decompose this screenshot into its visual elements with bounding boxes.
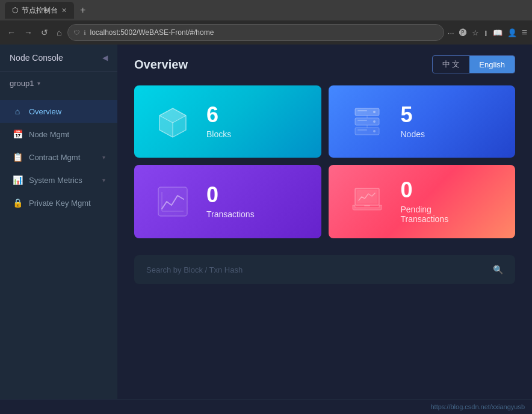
- sidebar-item-label-node-mgmt: Node Mgmt: [29, 130, 69, 139]
- main-content: Overview 中 文 English: [117, 45, 532, 399]
- nav-right-controls: ··· 🅟 ☆ ⫿ 📖 👤 ≡: [448, 27, 527, 38]
- transactions-count: 0: [206, 184, 255, 206]
- active-tab[interactable]: ⬡ 节点控制台 ✕: [5, 2, 74, 19]
- metrics-icon: 📊: [12, 175, 23, 185]
- secure-icon: 🛡: [74, 29, 80, 36]
- svg-rect-19: [357, 190, 377, 203]
- nodes-card-info: 5 Nodes: [401, 104, 425, 139]
- calendar-icon: 📅: [12, 129, 23, 139]
- nav-items: ⌂ Overview 📅 Node Mgmt 📋 Contract Mgmt ▾…: [0, 95, 117, 214]
- status-url: https://blog.csdn.net/xxiangyusb: [430, 403, 525, 410]
- menu-button[interactable]: ≡: [522, 27, 527, 38]
- back-button[interactable]: ←: [5, 25, 18, 40]
- tab-title: 节点控制台: [22, 5, 58, 16]
- nodes-label: Nodes: [401, 129, 425, 139]
- svg-rect-6: [357, 110, 367, 111]
- bookmarks-button[interactable]: ⫿: [484, 28, 488, 37]
- app-container: Node Console ◀ group1 ▾ ⌂ Overview 📅 Nod…: [0, 45, 532, 399]
- home-button[interactable]: ⌂: [54, 25, 64, 40]
- sidebar-item-node-mgmt[interactable]: 📅 Node Mgmt: [0, 123, 117, 146]
- nodes-card-icon: [345, 100, 389, 143]
- search-section: 🔍: [117, 248, 532, 291]
- nav-more-button[interactable]: ···: [448, 28, 454, 37]
- nav-bar: ← → ↺ ⌂ 🛡 ℹ localhost:5002/WeBASE-Front/…: [0, 20, 532, 45]
- refresh-button[interactable]: ↺: [39, 25, 51, 40]
- info-icon: ℹ: [84, 29, 86, 36]
- sidebar-item-contract-mgmt[interactable]: 📋 Contract Mgmt ▾: [0, 146, 117, 168]
- sidebar-item-label-system-metrics: System Metrics: [29, 176, 82, 185]
- english-lang-button[interactable]: English: [469, 56, 515, 73]
- pending-transactions-card: 0 Pending Transactions: [329, 165, 516, 238]
- svg-point-11: [373, 130, 376, 132]
- blocks-count: 6: [206, 104, 231, 126]
- search-box: 🔍: [134, 255, 515, 284]
- contract-expand-arrow: ▾: [102, 154, 105, 161]
- tab-bar: ⬡ 节点控制台 ✕ +: [0, 0, 532, 20]
- svg-rect-12: [357, 129, 367, 131]
- blocks-card: 6 Blocks: [134, 85, 321, 158]
- reader-button[interactable]: 📖: [493, 28, 503, 37]
- sidebar: Node Console ◀ group1 ▾ ⌂ Overview 📅 Nod…: [0, 45, 117, 399]
- sidebar-item-overview[interactable]: ⌂ Overview: [0, 100, 117, 123]
- blocks-card-info: 6 Blocks: [206, 104, 231, 139]
- tab-close-button[interactable]: ✕: [61, 7, 67, 14]
- nodes-count: 5: [401, 104, 425, 126]
- bookmark-button[interactable]: ☆: [472, 28, 479, 37]
- transactions-card-icon: [151, 180, 194, 223]
- group-label: group1: [10, 79, 34, 88]
- forward-button[interactable]: →: [22, 25, 35, 40]
- pending-card-icon: [345, 180, 389, 223]
- sidebar-item-label-contract-mgmt: Contract Mgmt: [29, 153, 80, 162]
- overview-cards-grid: 6 Blocks: [117, 81, 532, 248]
- status-bar: https://blog.csdn.net/xxiangyusb: [0, 399, 532, 414]
- nodes-card: 5 Nodes: [329, 85, 516, 158]
- tab-favicon: ⬡: [12, 6, 18, 14]
- sidebar-title: Node Console: [10, 53, 63, 63]
- page-title: Overview: [134, 58, 188, 72]
- lock-icon: 🔒: [12, 198, 23, 208]
- metrics-expand-arrow: ▾: [102, 177, 105, 184]
- transactions-label: Transactions: [206, 209, 255, 219]
- chinese-lang-button[interactable]: 中 文: [433, 56, 470, 73]
- group-dropdown-arrow: ▾: [37, 80, 40, 87]
- blocks-label: Blocks: [206, 129, 231, 139]
- address-bar[interactable]: 🛡 ℹ localhost:5002/WeBASE-Front/#/home: [67, 24, 444, 41]
- svg-rect-9: [357, 120, 367, 121]
- address-text: localhost:5002/WeBASE-Front/#/home: [90, 28, 214, 37]
- sidebar-item-label-overview: Overview: [29, 107, 61, 116]
- group-selector[interactable]: group1 ▾: [0, 72, 117, 95]
- main-header: Overview 中 文 English: [117, 45, 532, 81]
- transactions-card-info: 0 Transactions: [206, 184, 255, 219]
- home-icon: ⌂: [12, 107, 23, 116]
- svg-point-8: [373, 120, 376, 123]
- new-tab-button[interactable]: +: [76, 4, 89, 17]
- pending-label: Pending Transactions: [401, 205, 449, 224]
- sidebar-toggle-button[interactable]: ◀: [102, 54, 108, 62]
- pocket-button[interactable]: 🅟: [459, 28, 467, 37]
- blocks-card-icon: [151, 100, 194, 143]
- sidebar-item-system-metrics[interactable]: 📊 System Metrics ▾: [0, 168, 117, 191]
- language-switcher: 中 文 English: [432, 55, 515, 73]
- contract-icon: 📋: [12, 152, 23, 162]
- search-input[interactable]: [146, 265, 487, 274]
- sidebar-header: Node Console ◀: [0, 45, 117, 72]
- transactions-card: 0 Transactions: [134, 165, 321, 238]
- pending-card-info: 0 Pending Transactions: [401, 179, 449, 224]
- account-button[interactable]: 👤: [507, 28, 517, 37]
- svg-point-5: [373, 111, 376, 113]
- svg-rect-15: [158, 187, 187, 216]
- pending-count: 0: [401, 179, 449, 201]
- search-icon: 🔍: [493, 265, 503, 274]
- svg-rect-20: [364, 205, 370, 206]
- sidebar-item-label-private-key: Private Key Mgmt: [29, 199, 91, 208]
- sidebar-item-private-key-mgmt[interactable]: 🔒 Private Key Mgmt: [0, 191, 117, 214]
